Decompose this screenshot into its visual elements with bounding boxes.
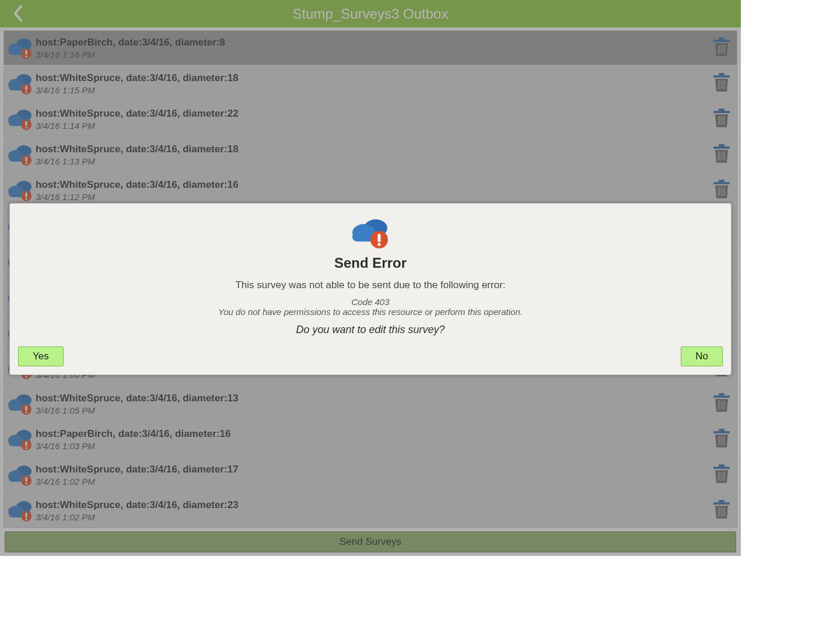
dialog-error-detail: You do not have permissions to access th… (218, 307, 523, 317)
dialog-button-row: Yes No (18, 346, 723, 366)
yes-button[interactable]: Yes (18, 346, 64, 366)
svg-rect-158 (378, 234, 381, 242)
dialog-error-code: Code 403 (351, 297, 389, 307)
svg-point-159 (377, 243, 380, 246)
no-button[interactable]: No (681, 346, 723, 366)
dialog-message: This survey was not able to be sent due … (235, 279, 505, 291)
dialog-title: Send Error (334, 255, 407, 271)
cloud-error-icon (350, 214, 391, 249)
send-error-dialog: Send Error This survey was not able to b… (9, 203, 732, 375)
dialog-question: Do you want to edit this survey? (296, 324, 444, 336)
app-root: Stump_Surveys3 Outbox host:PaperBirch, d… (0, 0, 741, 556)
